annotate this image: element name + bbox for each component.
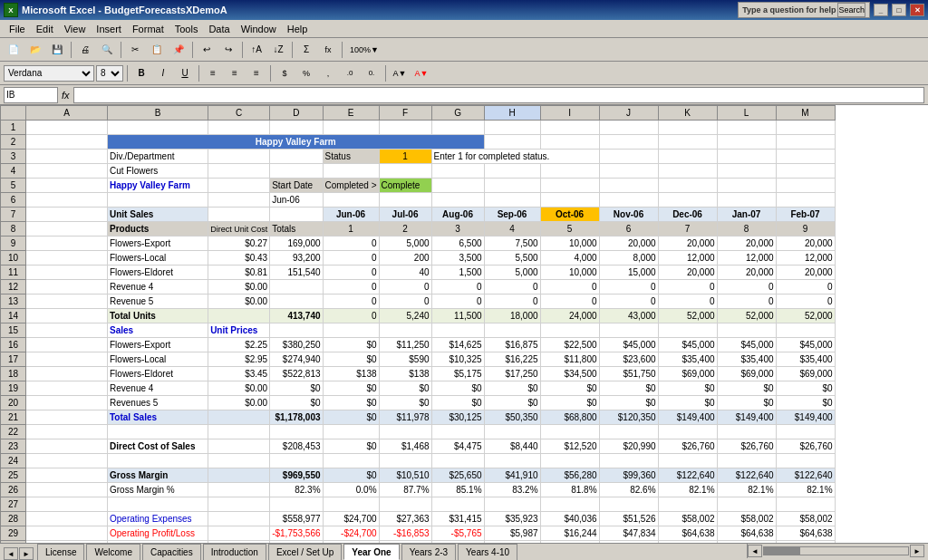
table-row: 20 Revenues 5 $0.00 $0 $0 $0 $0 $0 $0 $0… <box>1 396 836 410</box>
italic-button[interactable]: I <box>153 64 173 82</box>
table-row: 14 Total Units 413,740 0 5,240 11,500 18… <box>1 309 836 323</box>
formula-input[interactable] <box>73 87 924 103</box>
table-row: 19 Revenue 4 $0.00 $0 $0 $0 $0 $0 $0 $0 … <box>1 381 836 396</box>
grid-table: A B C D E F G H I J K L M 1 <box>0 105 836 543</box>
redo-button[interactable]: ↪ <box>218 41 238 59</box>
paste-button[interactable]: 📌 <box>169 41 188 59</box>
font-size-select[interactable]: 8 <box>96 65 123 82</box>
col-header-A[interactable]: A <box>26 106 108 121</box>
col-header-I[interactable]: I <box>540 106 599 121</box>
table-row: 25 Gross Margin $969,550 $0 $10,510 $25,… <box>1 468 836 483</box>
menu-data[interactable]: Data <box>203 22 235 36</box>
col-header-M[interactable]: M <box>776 106 835 121</box>
table-row: 17 Flowers-Local $2.95 $274,940 $0 $590 … <box>1 352 836 367</box>
col-header-G[interactable]: G <box>431 106 484 121</box>
table-row: 9 Flowers-Export $0.27 169,000 0 5,000 6… <box>1 237 836 251</box>
table-row: 3 Div./Department Status 1 Enter 1 for c… <box>1 150 836 164</box>
currency-button[interactable]: $ <box>275 64 295 82</box>
cut-button[interactable]: ✂ <box>125 41 145 59</box>
search-help-box: Type a question for help <box>742 5 836 14</box>
search-button[interactable]: Search <box>837 3 865 17</box>
h-scroll-thumb[interactable] <box>764 547 800 555</box>
table-row: 11 Flowers-Eldoret $0.81 151,540 0 40 1,… <box>1 266 836 280</box>
font-select[interactable]: Verdana <box>4 65 94 82</box>
name-box[interactable]: IB <box>4 87 58 103</box>
tab-scroll-right[interactable]: ► <box>19 547 34 560</box>
fx-button[interactable]: fx <box>318 41 338 59</box>
h-scroll-left[interactable]: ◄ <box>748 545 762 557</box>
open-button[interactable]: 📂 <box>25 41 45 59</box>
decrease-decimal-button[interactable]: 0. <box>362 64 382 82</box>
table-row: 23 Direct Cost of Sales $208,453 $0 $1,4… <box>1 439 836 454</box>
table-row: 18 Flowers-Eldoret $3.45 $522,813 $138 $… <box>1 367 836 381</box>
col-header-J[interactable]: J <box>599 106 658 121</box>
menu-view[interactable]: View <box>59 22 92 36</box>
sheet-tab-capacities[interactable]: Capacities <box>142 544 201 560</box>
formula-bar: IB fx <box>0 85 928 105</box>
sheet-tab-introduction[interactable]: Introduction <box>203 544 266 560</box>
sheet-tab-excel-setup[interactable]: Excel / Set Up <box>268 544 342 560</box>
table-row: 13 Revenue 5 $0.00 0 0 0 0 0 0 0 0 0 <box>1 294 836 309</box>
col-header-C[interactable]: C <box>208 106 270 121</box>
align-left-button[interactable]: ≡ <box>203 64 223 82</box>
percent-button[interactable]: % <box>296 64 316 82</box>
sort-desc-button[interactable]: ↓Z <box>268 41 288 59</box>
sheet-tab-welcome[interactable]: Welcome <box>86 544 140 560</box>
fill-color-button[interactable]: A▼ <box>390 64 410 82</box>
new-button[interactable]: 📄 <box>4 41 24 59</box>
col-header-L[interactable]: L <box>717 106 776 121</box>
sheet-tab-years-4-10[interactable]: Years 4-10 <box>458 544 517 560</box>
menu-insert[interactable]: Insert <box>91 22 127 36</box>
window-title: Microsoft Excel - BudgetForecastsXDemoA <box>22 5 227 15</box>
h-scroll-right[interactable]: ► <box>910 545 924 557</box>
bold-button[interactable]: B <box>131 64 151 82</box>
menu-edit[interactable]: Edit <box>31 22 59 36</box>
align-center-button[interactable]: ≡ <box>225 64 245 82</box>
table-row: 5 Happy Valley Farm Start Date Completed… <box>1 179 836 193</box>
table-row: 21 Total Sales $1,178,003 $0 $11,978 $30… <box>1 410 836 425</box>
menu-help[interactable]: Help <box>282 22 314 36</box>
table-row: 4 Cut Flowers <box>1 164 836 179</box>
preview-button[interactable]: 🔍 <box>97 41 117 59</box>
table-row: 1 <box>1 121 836 135</box>
table-row: 26 Gross Margin % 82.3% 0.0% 87.7% 85.1%… <box>1 483 836 497</box>
sort-asc-button[interactable]: ↑A <box>246 41 266 59</box>
table-row: 24 <box>1 454 836 468</box>
minimize-button[interactable]: _ <box>874 4 888 16</box>
col-header-D[interactable]: D <box>270 106 323 121</box>
fx-label: fx <box>58 90 73 101</box>
sum-button[interactable]: Σ <box>296 41 316 59</box>
col-header-H[interactable]: H <box>484 106 540 121</box>
col-header-F[interactable]: F <box>379 106 431 121</box>
print-button[interactable]: 🖨 <box>75 41 95 59</box>
col-header-E[interactable]: E <box>323 106 379 121</box>
table-row: 15 Sales Unit Prices <box>1 323 836 338</box>
undo-button[interactable]: ↩ <box>197 41 217 59</box>
font-color-button[interactable]: A▼ <box>411 64 431 82</box>
toolbar-1: 📄 📂 💾 🖨 🔍 ✂ 📋 📌 ↩ ↪ ↑A ↓Z Σ fx 100%▼ <box>0 38 928 62</box>
align-right-button[interactable]: ≡ <box>246 64 266 82</box>
sheet-tab-year-one[interactable]: Year One <box>343 544 399 560</box>
menu-format[interactable]: Format <box>127 22 169 36</box>
close-button[interactable]: ✕ <box>910 4 924 16</box>
table-row: 16 Flowers-Export $2.25 $380,250 $0 $11,… <box>1 338 836 352</box>
save-button[interactable]: 💾 <box>47 41 67 59</box>
menu-file[interactable]: File <box>4 22 31 36</box>
col-header-K[interactable]: K <box>658 106 717 121</box>
menu-bar: File Edit View Insert Format Tools Data … <box>0 20 928 38</box>
table-row: 28 Operating Expenses $558,977 $24,700 $… <box>1 512 836 526</box>
underline-button[interactable]: U <box>175 64 195 82</box>
menu-tools[interactable]: Tools <box>169 22 204 36</box>
maximize-button[interactable]: □ <box>892 4 906 16</box>
zoom-dropdown[interactable]: 100%▼ <box>346 41 382 59</box>
copy-button[interactable]: 📋 <box>147 41 167 59</box>
sheet-tab-years-2-3[interactable]: Years 2-3 <box>401 544 456 560</box>
corner-header <box>1 106 26 121</box>
tab-scroll-left[interactable]: ◄ <box>4 547 18 560</box>
menu-window[interactable]: Window <box>236 22 282 36</box>
sheet-tab-license[interactable]: License <box>37 544 84 560</box>
comma-button[interactable]: , <box>318 64 338 82</box>
col-header-B[interactable]: B <box>108 106 208 121</box>
increase-decimal-button[interactable]: .0 <box>340 64 360 82</box>
table-row: 7 Unit Sales Jun-06 Jul-06 Aug-06 Sep-06… <box>1 208 836 222</box>
